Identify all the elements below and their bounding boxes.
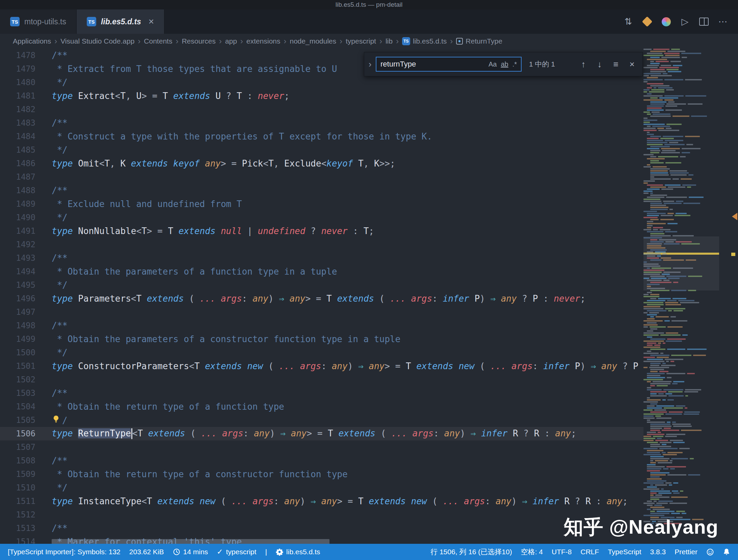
code-line-1481[interactable]: 1481type Extract<T, U> = T extends U ? T… bbox=[0, 89, 643, 103]
status-typescript-check[interactable]: ✓typescript bbox=[212, 544, 261, 560]
whole-word-icon[interactable]: ab bbox=[501, 60, 508, 68]
sync-extension-icon[interactable] bbox=[658, 14, 674, 29]
breadcrumb-item-resources[interactable]: Resources bbox=[182, 37, 215, 45]
code-line-1493[interactable]: 1493/** bbox=[0, 251, 643, 265]
status-encoding[interactable]: UTF-8 bbox=[547, 544, 576, 560]
next-match-icon[interactable]: ↓ bbox=[592, 57, 607, 71]
line-number: 1485 bbox=[0, 145, 35, 155]
code-line-1511[interactable]: 1511type InstanceType<T extends new ( ..… bbox=[0, 494, 643, 508]
swap-editors-icon[interactable]: ⇅ bbox=[621, 14, 636, 29]
line-text: type Parameters<T extends ( ... args: an… bbox=[35, 294, 585, 304]
code-line-1483[interactable]: 1483/** bbox=[0, 116, 643, 130]
open-changes-icon[interactable] bbox=[639, 14, 655, 29]
code-line-1488[interactable]: 1488/** bbox=[0, 184, 643, 197]
lightbulb-icon[interactable] bbox=[52, 415, 62, 424]
breadcrumb-item-returntype[interactable]: ReturnType bbox=[456, 37, 502, 45]
previous-match-icon[interactable]: ↑ bbox=[576, 57, 590, 71]
more-actions-icon[interactable]: ⋯ bbox=[715, 14, 731, 29]
code-line-1490[interactable]: 1490 */ bbox=[0, 211, 643, 224]
breadcrumb-item-contents[interactable]: Contents bbox=[144, 37, 172, 45]
code-line-1505[interactable]: 1505/ bbox=[0, 413, 643, 427]
tab-close-icon[interactable]: × bbox=[149, 16, 154, 27]
breadcrumb-item-extensions[interactable]: extensions bbox=[246, 37, 280, 45]
breadcrumb-item-lib[interactable]: lib bbox=[386, 37, 393, 45]
breadcrumb-item-applications[interactable]: Applications bbox=[13, 37, 51, 45]
status-feedback[interactable] bbox=[702, 544, 718, 560]
status-active-file[interactable]: lib.es5.d.ts bbox=[271, 544, 324, 560]
code-line-1500[interactable]: 1500 */ bbox=[0, 346, 643, 359]
code-area[interactable]: 1478/**1479 * Extract from T those types… bbox=[0, 49, 643, 544]
code-line-1491[interactable]: 1491type NonNullable<T> = T extends null… bbox=[0, 224, 643, 238]
breadcrumb-item-node-modules[interactable]: node_modules bbox=[290, 37, 336, 45]
code-line-1492[interactable]: 1492 bbox=[0, 238, 643, 251]
code-line-1484[interactable]: 1484 * Construct a type with the propert… bbox=[0, 130, 643, 143]
breadcrumb-item-typescript[interactable]: typescript bbox=[346, 37, 376, 45]
code-line-1508[interactable]: 1508/** bbox=[0, 454, 643, 467]
status-cursor-position[interactable]: 行 1506, 列 16 (已选择10) bbox=[426, 544, 517, 560]
line-number: 1509 bbox=[0, 469, 35, 479]
breadcrumb-item-app[interactable]: app bbox=[225, 37, 237, 45]
code-line-1482[interactable]: 1482 bbox=[0, 103, 643, 116]
breadcrumb-separator: › bbox=[240, 36, 243, 46]
code-line-1487[interactable]: 1487 bbox=[0, 170, 643, 184]
tab-mtop-utils-ts[interactable]: TSmtop-utils.ts bbox=[0, 9, 77, 34]
editor-toolbar: ⇅▷⋯ bbox=[621, 9, 738, 34]
line-number: 1498 bbox=[0, 321, 35, 330]
line-text: /** bbox=[35, 118, 68, 128]
code-line-1501[interactable]: 1501type ConstructorParameters<T extends… bbox=[0, 359, 643, 373]
line-number: 1500 bbox=[0, 348, 35, 357]
line-number: 1499 bbox=[0, 334, 35, 344]
status-ts-importer[interactable]: [TypeScript Importer]: Symbols: 132 bbox=[3, 544, 125, 560]
code-line-1495[interactable]: 1495 */ bbox=[0, 278, 643, 292]
code-line-1503[interactable]: 1503/** bbox=[0, 386, 643, 400]
status-ts-version[interactable]: 3.8.3 bbox=[646, 544, 670, 560]
code-line-1510[interactable]: 1510 */ bbox=[0, 481, 643, 494]
find-input[interactable] bbox=[380, 60, 484, 69]
horizontal-scrollbar[interactable] bbox=[52, 539, 330, 544]
code-line-1513[interactable]: 1513/** bbox=[0, 521, 643, 535]
line-text: */ bbox=[35, 280, 68, 290]
find-in-selection-icon[interactable]: ≡ bbox=[609, 57, 623, 71]
regex-icon[interactable]: .* bbox=[512, 60, 517, 68]
vscode-window: lib.es5.d.ts — pm-detail TSmtop-utils.ts… bbox=[0, 0, 738, 560]
line-text: * Obtain the return type of a function t… bbox=[35, 402, 284, 412]
status-prettier[interactable]: Prettier bbox=[670, 544, 702, 560]
line-text: /** bbox=[35, 523, 68, 533]
code-line-1502[interactable]: 1502 bbox=[0, 373, 643, 386]
editor[interactable]: 1478/**1479 * Extract from T those types… bbox=[0, 49, 738, 544]
minimap[interactable] bbox=[643, 49, 719, 544]
code-line-1509[interactable]: 1509 * Obtain the return type of a const… bbox=[0, 467, 643, 481]
find-replace-toggle-icon[interactable]: › bbox=[364, 59, 376, 70]
code-line-1494[interactable]: 1494 * Obtain the parameters of a functi… bbox=[0, 265, 643, 278]
code-line-1504[interactable]: 1504 * Obtain the return type of a funct… bbox=[0, 400, 643, 413]
match-case-icon[interactable]: Aa bbox=[489, 60, 497, 68]
code-line-1506[interactable]: 1506type ReturnType<T extends ( ... args… bbox=[0, 427, 643, 440]
breadcrumb-item-visual-studio-code-app[interactable]: Visual Studio Code.app bbox=[60, 37, 134, 45]
code-line-1489[interactable]: 1489 * Exclude null and undefined from T bbox=[0, 197, 643, 211]
status-eol[interactable]: CRLF bbox=[576, 544, 604, 560]
status-indentation[interactable]: 空格: 4 bbox=[517, 544, 547, 560]
code-line-1496[interactable]: 1496type Parameters<T extends ( ... args… bbox=[0, 292, 643, 305]
line-text: /** bbox=[35, 456, 68, 466]
code-line-1480[interactable]: 1480 */ bbox=[0, 76, 643, 89]
status-language[interactable]: TypeScript bbox=[603, 544, 645, 560]
tab-lib-es5-d-ts[interactable]: TSlib.es5.d.ts× bbox=[77, 9, 164, 34]
status-notifications[interactable] bbox=[718, 544, 735, 560]
code-line-1486[interactable]: 1486type Omit<T, K extends keyof any> = … bbox=[0, 157, 643, 170]
code-line-1497[interactable]: 1497 bbox=[0, 305, 643, 319]
split-editor-icon[interactable] bbox=[696, 14, 712, 29]
code-line-1498[interactable]: 1498/** bbox=[0, 319, 643, 332]
close-find-icon[interactable]: × bbox=[625, 57, 639, 71]
code-line-1507[interactable]: 1507 bbox=[0, 440, 643, 454]
overview-ruler[interactable] bbox=[719, 49, 738, 544]
line-number: 1479 bbox=[0, 64, 35, 74]
run-icon[interactable]: ▷ bbox=[677, 14, 693, 29]
breadcrumb-item-lib-es5-d-ts[interactable]: TSlib.es5.d.ts bbox=[402, 37, 447, 45]
line-number: 1512 bbox=[0, 510, 35, 519]
tab-bar: TSmtop-utils.tsTSlib.es5.d.ts× ⇅▷⋯ bbox=[0, 9, 738, 34]
code-line-1499[interactable]: 1499 * Obtain the parameters of a constr… bbox=[0, 332, 643, 346]
code-line-1485[interactable]: 1485 */ bbox=[0, 143, 643, 157]
status-file-size[interactable]: 203.62 KiB bbox=[125, 544, 168, 560]
status-session-time[interactable]: 14 mins bbox=[168, 544, 213, 560]
code-line-1512[interactable]: 1512 bbox=[0, 508, 643, 521]
